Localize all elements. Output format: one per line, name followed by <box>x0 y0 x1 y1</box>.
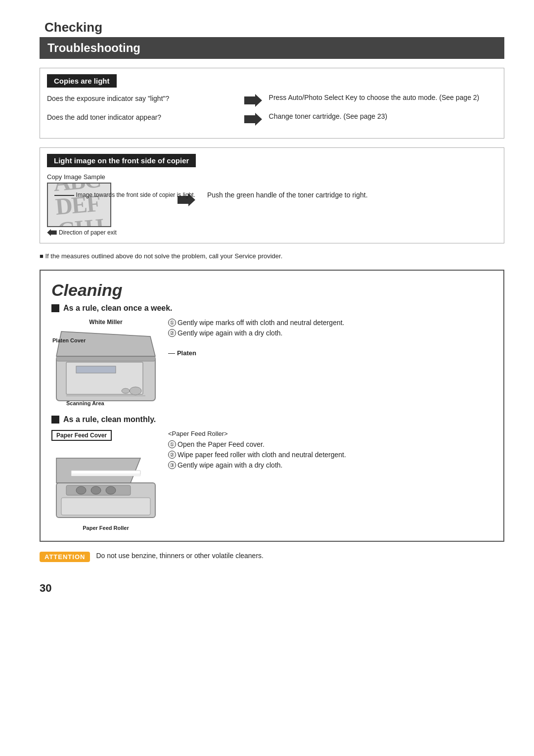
trouble-answer-2: Change toner cartridge. (See page 23) <box>269 112 497 120</box>
monthly-instruct-text-1: Open the Paper Feed cover. <box>178 440 265 448</box>
trouble-box-1: Copies are light Does the exposure indic… <box>40 68 504 139</box>
svg-point-15 <box>76 486 86 494</box>
white-miller-label: White Miller <box>51 319 160 326</box>
trouble-row-2: Does the add toner indicator appear? Cha… <box>47 112 497 126</box>
trouble-row-1: Does the exposure indicator say "light"?… <box>47 94 497 107</box>
instruct-row-1: ① Gently wipe marks off with cloth and n… <box>168 319 492 327</box>
troubleshooting-banner: Troubleshooting <box>40 37 504 59</box>
scanning-area-label: Scanning Area <box>66 400 104 406</box>
trouble-question-1: Does the exposure indicator say "light"? <box>47 94 237 102</box>
instruct-text-1: Gently wipe marks off with cloth and neu… <box>178 319 344 327</box>
monthly-section: As a rule, clean monthly. Paper Feed Cov… <box>51 415 492 531</box>
scanner-instructions: ① Gently wipe marks off with cloth and n… <box>168 319 492 357</box>
push-instruction: Push the green handle of the toner cartr… <box>207 191 497 199</box>
rule1-heading-text: As a rule, clean once a week. <box>63 304 173 313</box>
cleaning-title: Cleaning <box>51 281 492 300</box>
svg-rect-5 <box>56 356 155 361</box>
image-annotation-text: Image towards the front side of copier i… <box>76 191 195 199</box>
black-square-2 <box>51 416 59 424</box>
svg-marker-0 <box>244 94 262 107</box>
monthly-instruct-row-2: ② Wipe paper feed roller with cloth and … <box>168 451 492 459</box>
copy-sample-label: Copy Image Sample <box>47 173 105 181</box>
svg-marker-1 <box>244 113 262 126</box>
paper-feed-cover-label-box: Paper Feed Cover <box>51 430 112 441</box>
rule2-heading-text: As a rule, clean monthly. <box>63 415 156 424</box>
svg-point-10 <box>130 387 141 395</box>
paper-feed-image: Paper Feed Cover <box>51 430 160 531</box>
monthly-circle-2: ② <box>168 451 176 459</box>
circle-num-1: ① <box>168 319 176 327</box>
instruct-row-2: ② Gently wipe again with a dry cloth. <box>168 329 492 337</box>
svg-rect-18 <box>61 498 150 515</box>
sample-image: ABCDEFGHJ <box>47 183 111 227</box>
svg-rect-8 <box>76 366 116 373</box>
copy-sample-diagram: ABCDEFGHJ Image towards the front side o… <box>47 183 111 227</box>
black-square-1 <box>51 304 59 312</box>
monthly-circle-3: ③ <box>168 461 176 469</box>
monthly-instruct-text-2: Wipe paper feed roller with cloth and ne… <box>178 451 346 459</box>
scanner-diagram: White Miller Platen Cover Scanning <box>51 319 492 407</box>
svg-point-17 <box>106 486 116 494</box>
svg-marker-2 <box>47 229 56 236</box>
attention-badge: ATTENTION <box>40 552 90 562</box>
trouble-box-1-header: Copies are light <box>47 74 117 88</box>
copy-sample-area: Copy Image Sample ABCDEFGHJ Image toward… <box>47 173 146 236</box>
paper-feed-roller-label: Paper Feed Roller <box>51 525 160 531</box>
paper-feed-instructions: <Paper Feed Roller> ① Open the Paper Fee… <box>168 430 492 472</box>
note-line: ■ If the measures outlined above do not … <box>40 252 504 260</box>
platen-label-text: Platen <box>177 349 196 357</box>
monthly-circle-1: ① <box>168 440 176 448</box>
rule2-heading: As a rule, clean monthly. <box>51 415 492 424</box>
platen-cover-label: Platen Cover <box>52 337 86 343</box>
monthly-instruct-row-1: ① Open the Paper Feed cover. <box>168 440 492 448</box>
trouble-box-2-header: Light image on the front side of copier <box>47 154 196 167</box>
direction-label: Direction of paper exit <box>47 229 117 236</box>
arrow-right-2 <box>244 112 262 126</box>
trouble-answer-1: Press Auto/Photo Select Key to choose th… <box>269 94 497 101</box>
platen-label: — Platen <box>168 349 492 357</box>
cleaning-box: Cleaning As a rule, clean once a week. W… <box>40 270 504 542</box>
trouble-question-2: Does the add toner indicator appear? <box>47 112 237 121</box>
svg-point-16 <box>91 486 101 494</box>
circle-num-2: ② <box>168 329 176 337</box>
trouble-box-2: Light image on the front side of copier … <box>40 147 504 243</box>
paper-feed-roller-heading: <Paper Feed Roller> <box>168 430 492 437</box>
svg-point-11 <box>122 388 130 393</box>
arrow-right-1 <box>244 94 262 107</box>
paper-feed-diagram: Paper Feed Cover <box>51 430 492 531</box>
svg-rect-20 <box>71 474 140 476</box>
checking-title: Checking <box>44 20 504 35</box>
scanner-image: White Miller Platen Cover Scanning <box>51 319 160 407</box>
attention-text: Do not use benzine, thinners or other vo… <box>96 552 264 560</box>
page-number: 30 <box>40 582 504 595</box>
paper-feed-svg <box>51 443 160 522</box>
monthly-instruct-text-3: Gently wipe again with a dry cloth. <box>178 461 282 469</box>
image-annotation-arrow: Image towards the front side of copier i… <box>54 191 195 199</box>
attention-bar: ATTENTION Do not use benzine, thinners o… <box>40 552 504 562</box>
rule1-heading: As a rule, clean once a week. <box>51 304 492 313</box>
instruct-text-2: Gently wipe again with a dry cloth. <box>178 329 282 337</box>
svg-marker-7 <box>56 331 155 356</box>
monthly-instruct-row-3: ③ Gently wipe again with a dry cloth. <box>168 461 492 469</box>
